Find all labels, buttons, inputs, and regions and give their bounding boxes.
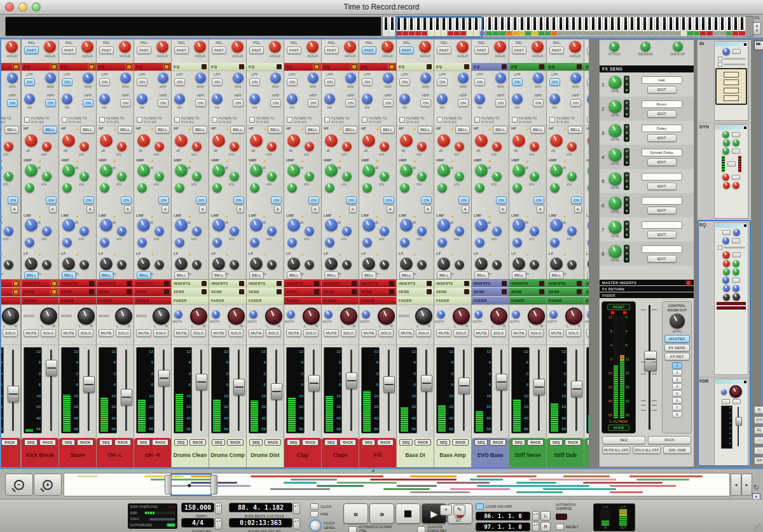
solo-button[interactable]: SOLO: [228, 329, 244, 337]
eq-e-button[interactable]: E: [124, 205, 132, 213]
eq-knob[interactable]: [342, 172, 352, 181]
eq-knob[interactable]: [117, 226, 127, 236]
seq-button[interactable]: SEQ: [287, 439, 301, 446]
eq-knob[interactable]: [567, 142, 577, 151]
lpf-on-button[interactable]: ON: [212, 78, 223, 86]
pan-knob[interactable]: [303, 308, 320, 325]
release-knob[interactable]: [306, 41, 319, 53]
width-knob[interactable]: [249, 310, 258, 318]
send-level-knob[interactable]: [608, 148, 622, 161]
hpf-on-button[interactable]: ON: [83, 99, 93, 107]
inserts-bar-led[interactable]: [13, 281, 18, 286]
bell-button[interactable]: BELL: [80, 126, 95, 133]
bell-button[interactable]: BELL: [512, 271, 526, 279]
fader-bar[interactable]: FADER: [172, 297, 209, 304]
eq-knob[interactable]: [362, 164, 375, 177]
fast-button[interactable]: FAST: [399, 46, 414, 54]
pan-knob[interactable]: [40, 308, 57, 325]
eq-knob[interactable]: [512, 164, 525, 177]
eq-knob[interactable]: [325, 183, 334, 193]
send-level-knob[interactable]: [608, 76, 622, 89]
eq-knob[interactable]: [567, 226, 577, 236]
eq-knob[interactable]: [492, 172, 502, 181]
channel-fader[interactable]: [570, 347, 582, 433]
eq-e-button[interactable]: E: [537, 205, 544, 213]
click-level[interactable]: CLICK LEVEL: [309, 519, 336, 532]
automation-as-perf-toggle[interactable]: AUTOMATION AS PERF CTRL: [348, 526, 397, 532]
fader-thumb[interactable]: [46, 360, 57, 376]
eq-on-button[interactable]: ON: [533, 196, 544, 204]
lpf-freq-knob[interactable]: [420, 72, 431, 83]
send-edit-button[interactable]: EDIT: [647, 86, 677, 93]
send-bar[interactable]: SEND: [397, 288, 434, 296]
pan-knob[interactable]: [378, 308, 395, 325]
fast-button[interactable]: FAST: [287, 46, 301, 54]
mute-button[interactable]: MUTE: [586, 329, 589, 337]
eq-knob[interactable]: [287, 257, 300, 270]
pan-knob[interactable]: [115, 308, 132, 325]
eq-knob[interactable]: [25, 257, 38, 270]
release-knob[interactable]: [494, 41, 506, 53]
eq-knob[interactable]: [137, 257, 150, 270]
mini-button[interactable]: [732, 175, 740, 180]
fast-button[interactable]: FAST: [474, 46, 489, 54]
eq-knob[interactable]: [4, 142, 13, 151]
loop-left-display[interactable]: 86. 1. 1. 0▲▼ L: [476, 511, 551, 521]
channel-fader[interactable]: [45, 347, 57, 433]
rack-button[interactable]: RACK: [265, 439, 281, 446]
eq-knob[interactable]: [212, 164, 225, 177]
send-bar[interactable]: SEND: [359, 288, 396, 296]
loop-right-spinner[interactable]: ▲▼: [532, 522, 539, 531]
fast-button[interactable]: FAST: [249, 46, 264, 54]
mute-button[interactable]: MUTE: [436, 329, 451, 337]
release-knob[interactable]: [532, 41, 544, 53]
eq-on-button[interactable]: ON: [421, 196, 432, 204]
fader-bar[interactable]: FADER: [284, 297, 321, 304]
mini-channel[interactable]: [661, 17, 668, 36]
eq-knob[interactable]: [4, 226, 13, 236]
mute-button[interactable]: MUTE: [24, 329, 39, 337]
hpf-freq-knob[interactable]: [324, 93, 335, 104]
fx-return-2-button[interactable]: 2: [672, 369, 682, 376]
pan-knob[interactable]: [153, 308, 170, 325]
send-edit-button[interactable]: EDIT: [647, 110, 677, 118]
rack-button[interactable]: RACK: [77, 439, 93, 446]
hpf-freq-knob[interactable]: [62, 93, 72, 104]
eq-e-button[interactable]: E: [574, 205, 582, 213]
eq-knob[interactable]: [305, 172, 314, 181]
filters-to-dyn-checkbox[interactable]: [362, 117, 368, 123]
mini-channel[interactable]: [558, 17, 564, 36]
send-name-field[interactable]: Hall: [642, 76, 682, 84]
mini-channel[interactable]: [668, 17, 674, 36]
channel-fader[interactable]: [195, 347, 207, 433]
time-display[interactable]: 0:02:13:363▲▼ HOURS MIN SEC MS: [229, 518, 300, 532]
mini-fader[interactable]: [735, 406, 741, 447]
send-bar[interactable]: SEND: [59, 288, 96, 296]
eq-on-button[interactable]: ON: [158, 196, 169, 204]
eq-knob[interactable]: [137, 134, 150, 147]
filters-to-dyn[interactable]: FILTERS TO DYN S/C: [24, 117, 56, 124]
filters-to-dyn[interactable]: FILTERS TO DYN S/C: [62, 117, 93, 124]
mute-button[interactable]: MUTE: [61, 329, 76, 337]
eq-header-led[interactable]: [389, 64, 394, 69]
eq-knob[interactable]: [437, 257, 450, 270]
mini-channel[interactable]: [564, 17, 570, 36]
eq-e-button[interactable]: E: [49, 205, 57, 213]
channel-fader[interactable]: [83, 347, 94, 433]
seq-button[interactable]: SEQ: [24, 439, 38, 446]
lpf-on-button[interactable]: ON: [549, 78, 560, 86]
eq-knob[interactable]: [42, 260, 52, 269]
mini-channel[interactable]: [409, 17, 415, 36]
send-name-field[interactable]: [642, 197, 682, 205]
eq-e-button[interactable]: E: [11, 205, 18, 213]
eq-header-led[interactable]: [202, 64, 207, 69]
filters-to-dyn[interactable]: FILTERS TO DYN S/C: [249, 117, 281, 124]
view-rectangle[interactable]: ◆: [170, 474, 212, 496]
eq-e-button[interactable]: E: [237, 205, 244, 213]
channel-fader[interactable]: [383, 347, 394, 433]
eq-knob[interactable]: [155, 260, 164, 269]
seq-button[interactable]: SEQ: [174, 439, 188, 446]
mini-channel[interactable]: [655, 17, 661, 36]
fader-thumb[interactable]: [83, 376, 95, 393]
solo-button[interactable]: SOLO: [191, 329, 206, 337]
